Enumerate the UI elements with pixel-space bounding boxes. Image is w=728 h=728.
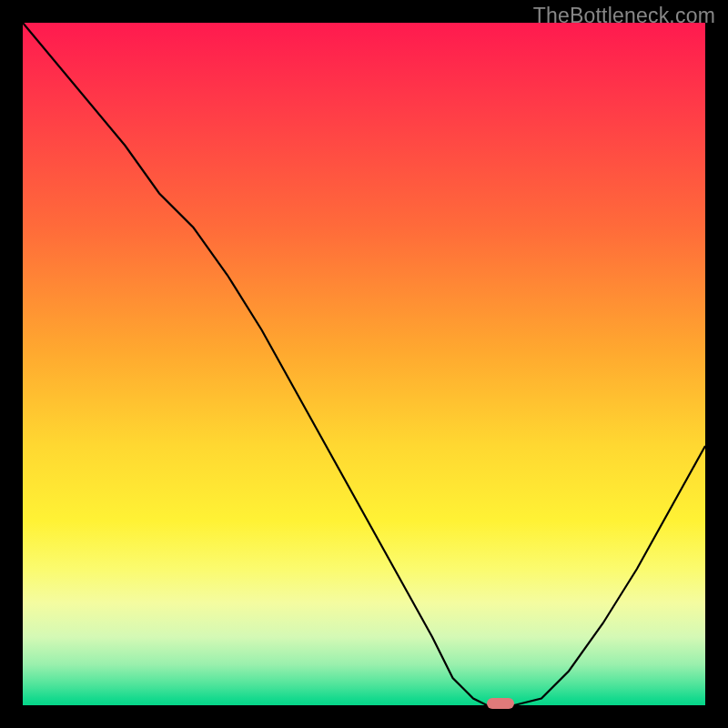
- plot-area: [23, 23, 705, 705]
- optimum-marker: [487, 698, 514, 709]
- chart-frame: TheBottleneck.com: [0, 0, 728, 728]
- bottleneck-curve: [23, 23, 705, 705]
- curve-layer: [23, 23, 705, 705]
